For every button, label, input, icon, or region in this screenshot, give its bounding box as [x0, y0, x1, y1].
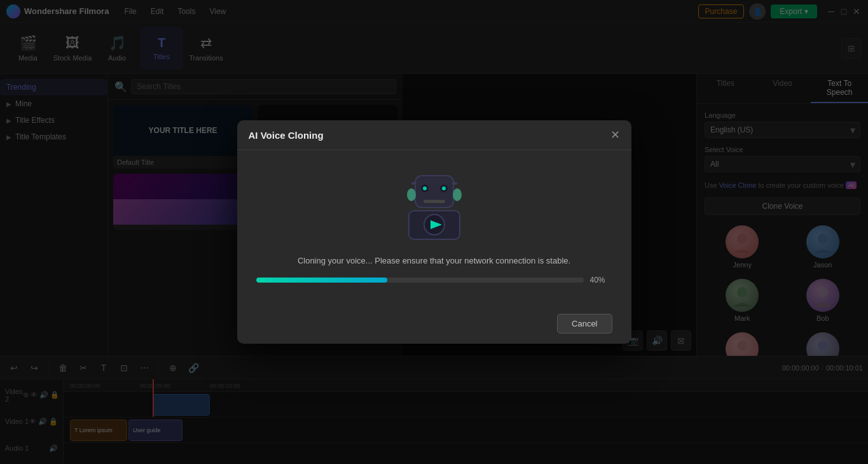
progress-text: Cloning your voice... Please ensure that…: [298, 256, 570, 265]
modal-title: AI Voice Cloning: [249, 130, 324, 141]
svg-point-10: [442, 186, 446, 190]
progress-bar-fill: [256, 278, 387, 283]
progress-row: 40%: [256, 276, 612, 285]
svg-rect-18: [452, 182, 457, 185]
svg-point-16: [453, 188, 462, 201]
cancel-button[interactable]: Cancel: [557, 314, 612, 334]
svg-rect-11: [424, 200, 445, 203]
modal-header: AI Voice Cloning ✕: [237, 120, 631, 150]
modal-body: Cloning your voice... Please ensure that…: [237, 150, 631, 304]
progress-percent-label: 40%: [590, 276, 612, 285]
modal-overlay: AI Voice Cloning ✕: [0, 0, 868, 464]
modal-footer: Cancel: [237, 304, 631, 344]
ai-voice-cloning-modal: AI Voice Cloning ✕: [237, 120, 631, 344]
svg-point-9: [423, 186, 427, 190]
robot-icon: [396, 169, 472, 246]
progress-bar-container: [256, 278, 584, 283]
svg-rect-17: [411, 182, 417, 185]
modal-close-button[interactable]: ✕: [610, 129, 620, 141]
svg-point-15: [407, 188, 416, 201]
